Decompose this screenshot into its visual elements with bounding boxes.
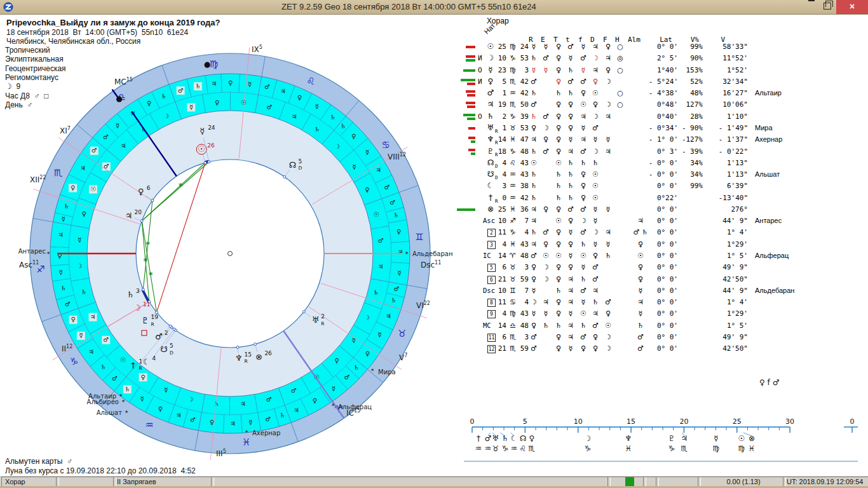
table-row-house-12[interactable]: 1221♏59♂♀☿♀♀☽♂0° 0'42'50" bbox=[451, 343, 868, 355]
table-row-♅[interactable]: ♅R1♉53♀☽♀♀☿♂- 0°34'- 90%- 1'49"Мира bbox=[451, 123, 868, 134]
horary-chart-wheel: ♃♀☿♂♄♀☿♃♄♂☿♃♀♄♂♂♃☿♀♄♄☿♀♃♂☿♀♃♄♂♄♀♃☿♂♂♃♀♄☿… bbox=[0, 0, 463, 474]
table-row-house-9[interactable]: 94♍43☿☿♀☿☉♃♀☿0° 0'1°29' bbox=[451, 308, 868, 320]
statusbar-empty-1[interactable] bbox=[56, 477, 116, 487]
svg-text:☽: ☽ bbox=[585, 434, 592, 443]
table-row-☉[interactable]: ☉25♍24☿☿♀♂☿♃♀○0° 0'99%58'33" bbox=[451, 41, 868, 53]
svg-text:♃: ♃ bbox=[292, 113, 297, 120]
table-row-☊[interactable]: ☊D4♌43☉☉♄♄♄- 0° 0'34%1'13" bbox=[451, 158, 868, 169]
svg-text:☿: ☿ bbox=[140, 395, 144, 402]
svg-text:♓: ♓ bbox=[242, 437, 250, 448]
svg-text:♄: ♄ bbox=[64, 203, 69, 210]
table-row-house-Asc[interactable]: Asc10♐7♃☉♀☽☿♃0° 0'44' 9"Антарес bbox=[451, 215, 868, 227]
svg-text:♓: ♓ bbox=[749, 444, 756, 453]
svg-text:♀: ♀ bbox=[351, 133, 356, 140]
svg-text:2: 2 bbox=[321, 313, 325, 320]
svg-text:♃: ♃ bbox=[88, 348, 94, 355]
table-row-☽[interactable]: И☽10♑53♄♂♀☿♂☽♃◎2° 5'90%11°52' bbox=[451, 53, 868, 64]
svg-text:11: 11 bbox=[143, 301, 150, 308]
svg-text:☿: ☿ bbox=[365, 149, 369, 156]
table-row-house-Dsc[interactable]: Dsc10♊7☿♄♃♂♃☿0° 0'44' 9"Альдебаран bbox=[451, 285, 868, 297]
table-row-☿[interactable]: О☿23♍3☿☿♀♄☿♃♀○1°40'153%1°52' bbox=[451, 65, 868, 76]
svg-text:♃: ♃ bbox=[294, 407, 299, 414]
svg-text:♄: ♄ bbox=[100, 363, 106, 370]
calculation-indicator bbox=[625, 477, 634, 486]
svg-text:♌: ♌ bbox=[306, 76, 315, 87]
table-row-♆[interactable]: ♆R14♓47♃♀♀☿♃☿☿- 1° 0'-127%- 1'37"Ахернар bbox=[451, 134, 868, 146]
svg-text:0: 0 bbox=[470, 417, 475, 426]
svg-text:☿: ☿ bbox=[200, 126, 205, 136]
svg-text:✶: ✶ bbox=[46, 250, 51, 256]
table-row-♃[interactable]: ♃19♏50♂♀♀☉♀☽○0°48'127%10'06" bbox=[451, 99, 868, 111]
svg-text:☿: ☿ bbox=[352, 163, 356, 170]
table-row-house-IC[interactable]: IC14♈48♂☉☉☿☉♀♄☉0° 0'1° 5'Альферац bbox=[451, 250, 868, 262]
svg-text:☉: ☉ bbox=[90, 186, 96, 193]
svg-text:♀: ♀ bbox=[313, 397, 317, 404]
svg-text:♑: ♑ bbox=[585, 444, 592, 453]
svg-text:♂: ♂ bbox=[390, 199, 395, 206]
svg-text:☽: ☽ bbox=[364, 314, 370, 321]
svg-text:♀: ♀ bbox=[365, 350, 370, 357]
svg-text:♍: ♍ bbox=[738, 444, 745, 453]
svg-text:♄: ♄ bbox=[126, 290, 134, 299]
statusbar-indicator-cell bbox=[607, 477, 646, 487]
svg-text:♇: ♇ bbox=[142, 316, 149, 325]
svg-text:♂: ♂ bbox=[267, 104, 273, 111]
svg-text:24: 24 bbox=[208, 125, 215, 131]
svg-text:♄: ♄ bbox=[353, 364, 359, 371]
table-row-♀[interactable]: И♀5♏42♂♀♂♂♀☽- 5°24'52%32'34" bbox=[451, 76, 868, 88]
table-row-⊗[interactable]: ⊗25♓36♃♀♀♂♂☿☿0° 0'276° bbox=[451, 204, 868, 215]
table-row-☾[interactable]: ☾3♒38♄♄♄♀☉0° 0'99%6'39" bbox=[451, 180, 868, 192]
table-row-☋[interactable]: ☋D4♒43♄♄♄♀☉- 0° 0'34%1'13"Альшат bbox=[451, 169, 868, 180]
svg-text:♑: ♑ bbox=[70, 356, 78, 367]
table-row-†[interactable]: †R0♒42♄♄♄♀☉0°22'-13'40" bbox=[451, 193, 868, 204]
svg-text:♃: ♃ bbox=[681, 434, 688, 443]
svg-text:☉: ☉ bbox=[374, 211, 379, 218]
statusbar-user-tab[interactable]: II Запрягаев bbox=[113, 477, 214, 487]
wheel-center-marker bbox=[228, 252, 233, 256]
svg-text:♄: ♄ bbox=[195, 83, 201, 90]
svg-text:☽: ☽ bbox=[163, 112, 169, 119]
svg-text:♌: ♌ bbox=[520, 444, 527, 453]
table-row-♇[interactable]: ♇R18♑48♄♂♀♃♂☽♃0° 3'- 39%- 0'22" bbox=[451, 146, 868, 158]
statusbar-mode[interactable]: Хорар bbox=[1, 477, 59, 487]
table-row-house-8[interactable]: 811♋4☽♃♀♃☿♄♂♃0° 0'1° 4' bbox=[451, 297, 868, 308]
svg-text:♂: ♂ bbox=[92, 147, 97, 154]
svg-text:♃: ♃ bbox=[230, 420, 236, 427]
table-row-house-6[interactable]: 621♉59♀☽♀♃♄♂♀0° 0'42'50" bbox=[451, 274, 868, 285]
table-row-house-3[interactable]: 34♓43♃♀♀♀♄☿☿♀0° 0'1°29' bbox=[451, 239, 868, 250]
svg-text:♃: ♃ bbox=[175, 412, 181, 419]
svg-text:♂: ♂ bbox=[384, 184, 390, 191]
svg-text:♂: ♂ bbox=[103, 336, 109, 343]
table-row-♄[interactable]: О♄2♑39♄♂♀♀♃☽♃0°40'28%1'10" bbox=[451, 111, 868, 123]
svg-text:☽: ☽ bbox=[76, 262, 82, 269]
status-bar: Хорар II Запрягаев 0.00 (1.13) UT: 2018.… bbox=[0, 475, 868, 487]
svg-text:♀: ♀ bbox=[210, 419, 214, 426]
svg-text:☉: ☉ bbox=[738, 434, 745, 443]
table-row-house-5[interactable]: 56♉3♀☽♀♀☿♂♀0° 0'49' 9" bbox=[451, 262, 868, 273]
svg-text:✶: ✶ bbox=[331, 402, 336, 408]
svg-text:♄: ♄ bbox=[393, 212, 399, 219]
dignity-bar bbox=[461, 79, 475, 81]
svg-text:☉: ☉ bbox=[120, 356, 126, 363]
table-row-♂[interactable]: ♂1♒42♄♄♄♀☉○- 4°38'48%16'27"Альтаир bbox=[451, 88, 868, 99]
svg-text:26: 26 bbox=[264, 350, 272, 356]
svg-text:☽: ☽ bbox=[133, 303, 141, 313]
svg-text:☿: ☿ bbox=[332, 385, 336, 392]
svg-text:♂: ♂ bbox=[265, 416, 271, 423]
svg-text:♃: ♃ bbox=[121, 142, 126, 149]
dignity-bar bbox=[463, 69, 475, 72]
svg-text:☊: ☊ bbox=[289, 160, 297, 170]
svg-text:♅: ♅ bbox=[492, 434, 499, 443]
svg-text:20: 20 bbox=[679, 417, 688, 426]
svg-text:♄: ♄ bbox=[280, 412, 285, 419]
table-row-house-2[interactable]: 211♑4♄♂♀☿♂☽♃♂ ♄0° 0'1° 4' bbox=[451, 227, 868, 238]
table-row-house-11[interactable]: 116♏3♂♀♃♂♀☽♂0° 0'49' 9" bbox=[451, 332, 868, 343]
svg-text:♏: ♏ bbox=[529, 444, 536, 453]
svg-text:Антарес: Антарес bbox=[18, 248, 46, 255]
svg-text:♀: ♀ bbox=[82, 210, 86, 217]
table-row-house-MC[interactable]: MC14♎48♀♄♄♃♄♂☉♄0° 0'1° 5' bbox=[451, 320, 868, 332]
dignity-bar bbox=[468, 137, 475, 139]
svg-text:♂: ♂ bbox=[178, 87, 184, 94]
svg-text:R: R bbox=[245, 358, 248, 364]
svg-text:♒: ♒ bbox=[145, 419, 153, 431]
